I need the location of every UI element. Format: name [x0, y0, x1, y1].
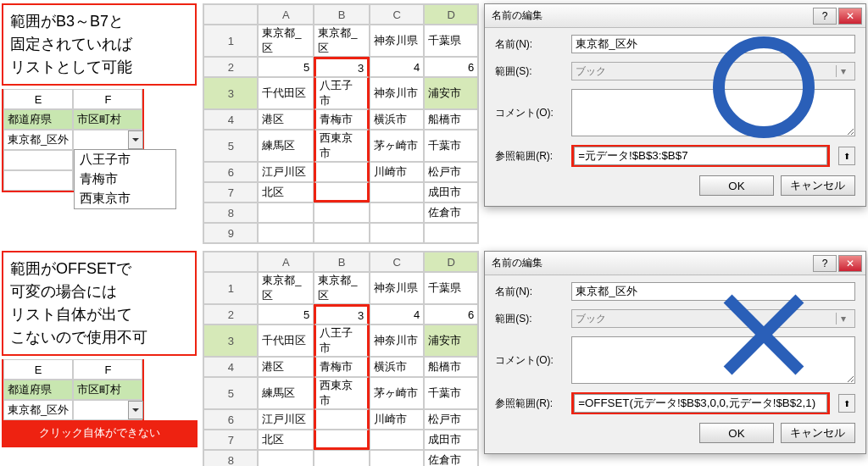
- cell[interactable]: 東京都_区: [314, 272, 370, 304]
- dialog-titlebar[interactable]: 名前の編集 ? ✕: [485, 4, 865, 28]
- cell[interactable]: 東京都_区: [258, 272, 314, 304]
- cancel-button[interactable]: キャンセル: [781, 175, 855, 196]
- cell[interactable]: 東京都_区: [314, 25, 370, 57]
- cell[interactable]: 成田市: [424, 430, 478, 450]
- col-header[interactable]: B: [314, 4, 370, 25]
- cell[interactable]: [314, 223, 370, 243]
- cell[interactable]: 神奈川県: [370, 25, 424, 57]
- cell[interactable]: 青梅市: [314, 109, 370, 130]
- cell[interactable]: 5: [258, 304, 314, 325]
- cell[interactable]: 千葉県: [424, 25, 478, 57]
- cell[interactable]: 港区: [258, 109, 314, 130]
- cell[interactable]: 茅ヶ崎市: [370, 130, 424, 162]
- cell[interactable]: [370, 430, 424, 450]
- cell[interactable]: [314, 409, 370, 430]
- cell[interactable]: 船橋市: [424, 109, 478, 130]
- cell[interactable]: 4: [370, 304, 424, 325]
- cell[interactable]: 6: [424, 304, 478, 325]
- dropdown-cell[interactable]: 八王子市 青梅市 西東京市: [73, 130, 142, 150]
- cell[interactable]: 5: [258, 57, 314, 77]
- cell[interactable]: 3: [314, 304, 370, 325]
- range-picker-button[interactable]: ⬆: [838, 147, 855, 165]
- cancel-button[interactable]: キャンセル: [781, 423, 855, 443]
- cell[interactable]: [370, 202, 424, 223]
- col-header[interactable]: C: [370, 252, 424, 272]
- col-header[interactable]: D: [424, 252, 478, 272]
- col-header[interactable]: C: [370, 4, 424, 25]
- cell[interactable]: [258, 450, 314, 466]
- cell[interactable]: 神奈川県: [370, 272, 424, 304]
- cell[interactable]: 佐倉市: [424, 202, 478, 223]
- col-header[interactable]: A: [258, 4, 314, 25]
- comment-field[interactable]: [571, 336, 855, 384]
- ok-button[interactable]: OK: [699, 423, 774, 443]
- reference-field[interactable]: [574, 394, 827, 413]
- dropdown-option[interactable]: 西東京市: [75, 189, 175, 208]
- cell[interactable]: 松戸市: [424, 409, 478, 430]
- cell[interactable]: [314, 162, 370, 182]
- cell[interactable]: 練馬区: [258, 130, 314, 162]
- cell[interactable]: 東京都_区: [258, 25, 314, 57]
- cell[interactable]: [370, 182, 424, 202]
- cell[interactable]: 千代田区: [258, 77, 314, 109]
- dropdown-list[interactable]: 八王子市 青梅市 西東京市: [74, 149, 175, 209]
- cell[interactable]: 港区: [258, 357, 314, 377]
- dropdown-arrow-icon[interactable]: [128, 130, 143, 149]
- dialog-titlebar[interactable]: 名前の編集 ? ✕: [485, 252, 865, 275]
- dropdown-cell[interactable]: [73, 400, 142, 420]
- cell[interactable]: [370, 450, 424, 466]
- col-header[interactable]: A: [258, 252, 314, 272]
- name-field[interactable]: [571, 282, 855, 301]
- cell[interactable]: 千葉県: [424, 272, 478, 304]
- cell[interactable]: [314, 202, 370, 223]
- close-button[interactable]: ✕: [838, 255, 862, 272]
- cell[interactable]: 神奈川市: [370, 325, 424, 357]
- cell[interactable]: 横浜市: [370, 357, 424, 377]
- cell[interactable]: 西東京市: [314, 377, 370, 409]
- cell[interactable]: 西東京市: [314, 130, 370, 162]
- cell[interactable]: 成田市: [424, 182, 478, 202]
- reference-field[interactable]: [574, 147, 827, 165]
- cell[interactable]: 3: [314, 57, 370, 77]
- main-sheet[interactable]: ABCD 1東京都_区東京都_区神奈川県千葉県 25346 3千代田区八王子市神…: [203, 3, 479, 244]
- cell[interactable]: 6: [424, 57, 478, 77]
- cell[interactable]: [370, 223, 424, 243]
- col-header[interactable]: D: [424, 4, 478, 25]
- cell[interactable]: 千葉市: [424, 377, 478, 409]
- cell[interactable]: 4: [370, 57, 424, 77]
- cell[interactable]: 千葉市: [424, 130, 478, 162]
- dropdown-option[interactable]: 八王子市: [75, 150, 175, 169]
- dropdown-option[interactable]: 青梅市: [75, 169, 175, 189]
- cell[interactable]: [258, 202, 314, 223]
- cell[interactable]: 青梅市: [314, 357, 370, 377]
- comment-field[interactable]: [571, 89, 855, 136]
- cell[interactable]: 北区: [258, 430, 314, 450]
- ok-button[interactable]: OK: [699, 175, 774, 196]
- help-button[interactable]: ?: [813, 8, 837, 25]
- cell[interactable]: 千代田区: [258, 325, 314, 357]
- range-picker-button[interactable]: ⬆: [838, 394, 855, 413]
- cell[interactable]: [314, 182, 370, 202]
- cell[interactable]: 八王子市: [314, 325, 370, 357]
- close-button[interactable]: ✕: [838, 8, 862, 25]
- cell[interactable]: 茅ヶ崎市: [370, 377, 424, 409]
- cell[interactable]: 練馬区: [258, 377, 314, 409]
- cell[interactable]: [424, 223, 478, 243]
- main-sheet[interactable]: ABCD 1東京都_区東京都_区神奈川県千葉県 25346 3千代田区八王子市神…: [203, 251, 479, 466]
- col-header[interactable]: B: [314, 252, 370, 272]
- help-button[interactable]: ?: [813, 255, 837, 272]
- cell[interactable]: 松戸市: [424, 162, 478, 182]
- cell[interactable]: 船橋市: [424, 357, 478, 377]
- cell[interactable]: 浦安市: [424, 77, 478, 109]
- cell[interactable]: 北区: [258, 182, 314, 202]
- cell[interactable]: 川崎市: [370, 162, 424, 182]
- cell[interactable]: [314, 450, 370, 466]
- cell[interactable]: 浦安市: [424, 325, 478, 357]
- cell[interactable]: 江戸川区: [258, 162, 314, 182]
- cell[interactable]: [258, 223, 314, 243]
- cell[interactable]: [314, 430, 370, 450]
- cell[interactable]: 神奈川市: [370, 77, 424, 109]
- cell[interactable]: 佐倉市: [424, 450, 478, 466]
- dropdown-arrow-icon[interactable]: [128, 401, 143, 419]
- cell[interactable]: 江戸川区: [258, 409, 314, 430]
